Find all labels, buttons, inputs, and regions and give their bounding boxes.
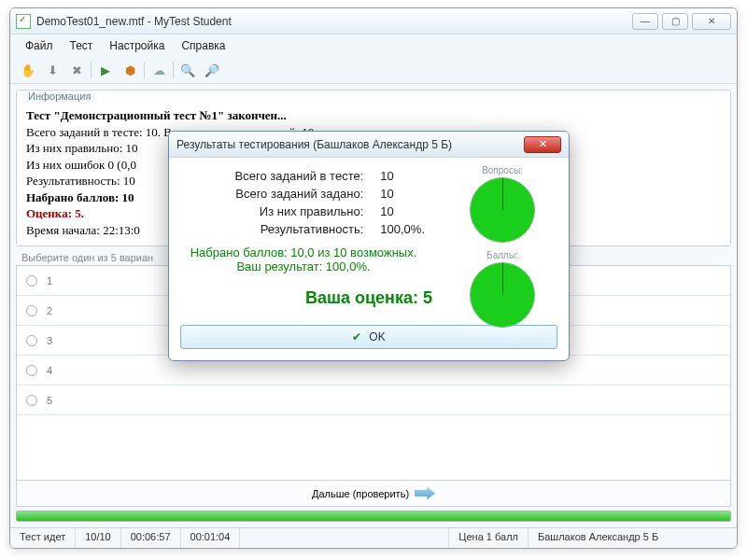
stat-label: Всего заданий задано: xyxy=(182,187,363,201)
stats-grid: Всего заданий в тесте: 10 Всего заданий … xyxy=(182,169,425,236)
progress-bar xyxy=(16,511,731,522)
separator xyxy=(91,62,92,78)
separator xyxy=(144,62,145,78)
ok-label: OK xyxy=(369,330,385,343)
pie-label-points: Баллы: xyxy=(486,250,518,260)
ok-button[interactable]: ✔ OK xyxy=(180,325,557,349)
window-title: DemoTest01_new.mtf - MyTest Student xyxy=(36,15,632,28)
dialog-title: Результаты тестирования (Башлаков Алекса… xyxy=(176,138,452,151)
menu-help[interactable]: Справка xyxy=(174,37,233,54)
pie-charts: Вопросы: Баллы: xyxy=(451,165,554,328)
close-button[interactable]: ✕ xyxy=(692,13,731,30)
maximize-button[interactable]: ▢ xyxy=(662,13,688,30)
menu-file[interactable]: Файл xyxy=(18,37,61,54)
radio-icon xyxy=(26,365,37,376)
menubar: Файл Тест Настройка Справка xyxy=(10,35,737,57)
zoom-in-icon[interactable]: 🔍 xyxy=(177,60,198,80)
dialog-titlebar: Результаты тестирования (Башлаков Алекса… xyxy=(169,132,569,158)
separator xyxy=(173,62,174,78)
option-label: 4 xyxy=(47,365,52,376)
results-dialog: Результаты тестирования (Башлаков Алекса… xyxy=(168,131,570,361)
stat-value: 10 xyxy=(380,204,425,218)
hand-icon[interactable]: ✋ xyxy=(18,60,38,80)
play-icon[interactable]: ▶ xyxy=(95,60,116,80)
dialog-close-button[interactable]: ✕ xyxy=(524,136,561,153)
menu-settings[interactable]: Настройка xyxy=(102,37,172,54)
next-label: Дальше (проверить) xyxy=(312,488,409,499)
next-button[interactable]: Дальше (проверить) xyxy=(16,481,731,507)
menu-test[interactable]: Тест xyxy=(63,37,101,54)
radio-icon xyxy=(26,305,37,316)
statusbar: Тест идет 10/10 00:06:57 00:01:04 Цена 1… xyxy=(10,527,737,548)
cloud-icon[interactable]: ☁ xyxy=(148,60,169,80)
info-legend: Информация xyxy=(24,91,94,102)
toolbar: ✋ ⬇ ✖ ▶ ⬢ ☁ 🔍 🔎 xyxy=(10,57,737,84)
down-icon[interactable]: ⬇ xyxy=(42,60,63,80)
status-user: Башлаков Александр 5 Б xyxy=(529,528,737,548)
arrow-right-icon xyxy=(415,487,435,500)
pie-points xyxy=(470,262,535,328)
stop-icon[interactable]: ⬢ xyxy=(120,60,140,80)
status-time-1: 00:06:57 xyxy=(121,528,181,548)
option-row[interactable]: 5 xyxy=(17,385,730,415)
option-label: 5 xyxy=(47,395,52,406)
window-controls: — ▢ ✕ xyxy=(632,13,731,30)
score-line: Набрано баллов: 10,0 из 10 возможных. xyxy=(182,245,425,259)
status-spacer xyxy=(240,528,449,548)
radio-icon xyxy=(26,335,37,346)
info-line-1: Тест "Демонстрационный тест №1" закончен… xyxy=(26,107,721,124)
pie-questions xyxy=(470,177,535,243)
titlebar: DemoTest01_new.mtf - MyTest Student — ▢ … xyxy=(10,8,737,35)
result-line: Ваш результат: 100,0%. xyxy=(182,259,425,273)
stat-value: 100,0%. xyxy=(380,222,425,236)
stat-value: 10 xyxy=(380,169,425,183)
status-price: Цена 1 балл xyxy=(449,528,529,548)
radio-icon xyxy=(26,275,37,287)
status-state: Тест идет xyxy=(10,528,76,548)
status-time-2: 00:01:04 xyxy=(181,528,241,548)
stat-label: Из них правильно: xyxy=(182,204,363,218)
score-text: Набрано баллов: 10,0 из 10 возможных. Ва… xyxy=(182,245,425,273)
radio-icon xyxy=(26,395,37,406)
status-progress: 10/10 xyxy=(76,528,121,548)
dialog-body: Всего заданий в тесте: 10 Всего заданий … xyxy=(169,158,569,319)
option-label: 1 xyxy=(47,275,52,287)
stat-value: 10 xyxy=(380,187,425,201)
cancel-icon[interactable]: ✖ xyxy=(66,60,87,80)
minimize-button[interactable]: — xyxy=(632,13,658,30)
stat-label: Результативность: xyxy=(182,222,363,236)
option-label: 3 xyxy=(47,335,52,346)
pie-label-questions: Вопросы: xyxy=(482,165,523,175)
stat-label: Всего заданий в тесте: xyxy=(182,169,363,183)
app-icon xyxy=(16,14,31,29)
zoom-out-icon[interactable]: 🔎 xyxy=(202,60,222,80)
option-label: 2 xyxy=(47,305,52,316)
